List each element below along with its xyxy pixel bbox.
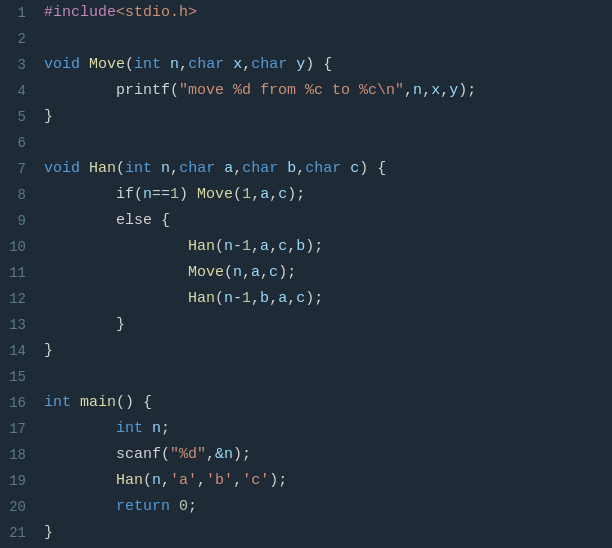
- line-content: if(n==1) Move(1,a,c);: [36, 182, 612, 208]
- code-line: 14}: [0, 338, 612, 364]
- line-number: 2: [0, 31, 36, 47]
- code-line: 2: [0, 26, 612, 52]
- code-line: 18 scanf("%d",&n);: [0, 442, 612, 468]
- code-line: 19 Han(n,'a','b','c');: [0, 468, 612, 494]
- line-number: 11: [0, 265, 36, 281]
- code-line: 5}: [0, 104, 612, 130]
- line-number: 14: [0, 343, 36, 359]
- line-content: [36, 130, 612, 156]
- line-content: }: [36, 338, 612, 364]
- line-content: else {: [36, 208, 612, 234]
- line-number: 8: [0, 187, 36, 203]
- line-content: #include<stdio.h>: [36, 0, 612, 26]
- line-number: 19: [0, 473, 36, 489]
- line-content: Han(n-1,a,c,b);: [36, 234, 612, 260]
- code-line: 3void Move(int n,char x,char y) {: [0, 52, 612, 78]
- code-line: 21}: [0, 520, 612, 546]
- line-number: 5: [0, 109, 36, 125]
- code-line: 6: [0, 130, 612, 156]
- line-number: 16: [0, 395, 36, 411]
- code-editor: 1#include<stdio.h>2 3void Move(int n,cha…: [0, 0, 612, 548]
- code-line: 1#include<stdio.h>: [0, 0, 612, 26]
- line-content: [36, 26, 612, 52]
- line-content: }: [36, 520, 612, 546]
- code-line: 16int main() {: [0, 390, 612, 416]
- line-content: [36, 364, 612, 390]
- line-content: Han(n,'a','b','c');: [36, 468, 612, 494]
- line-content: }: [36, 104, 612, 130]
- line-number: 6: [0, 135, 36, 151]
- code-line: 15: [0, 364, 612, 390]
- line-content: void Han(int n,char a,char b,char c) {: [36, 156, 612, 182]
- code-line: 7void Han(int n,char a,char b,char c) {: [0, 156, 612, 182]
- line-number: 3: [0, 57, 36, 73]
- line-content: }: [36, 312, 612, 338]
- line-number: 20: [0, 499, 36, 515]
- line-number: 4: [0, 83, 36, 99]
- code-line: 20 return 0;: [0, 494, 612, 520]
- line-number: 9: [0, 213, 36, 229]
- line-content: return 0;: [36, 494, 612, 520]
- line-number: 17: [0, 421, 36, 437]
- line-content: printf("move %d from %c to %c\n",n,x,y);: [36, 78, 612, 104]
- code-line: 9 else {: [0, 208, 612, 234]
- code-line: 11 Move(n,a,c);: [0, 260, 612, 286]
- code-line: 8 if(n==1) Move(1,a,c);: [0, 182, 612, 208]
- line-number: 1: [0, 5, 36, 21]
- code-line: 13 }: [0, 312, 612, 338]
- line-content: scanf("%d",&n);: [36, 442, 612, 468]
- line-content: Move(n,a,c);: [36, 260, 612, 286]
- code-line: 4 printf("move %d from %c to %c\n",n,x,y…: [0, 78, 612, 104]
- line-content: int main() {: [36, 390, 612, 416]
- code-line: 12 Han(n-1,b,a,c);: [0, 286, 612, 312]
- line-number: 10: [0, 239, 36, 255]
- code-line: 10 Han(n-1,a,c,b);: [0, 234, 612, 260]
- line-number: 15: [0, 369, 36, 385]
- code-line: 17 int n;: [0, 416, 612, 442]
- line-number: 21: [0, 525, 36, 541]
- line-number: 13: [0, 317, 36, 333]
- line-content: Han(n-1,b,a,c);: [36, 286, 612, 312]
- line-number: 18: [0, 447, 36, 463]
- line-content: int n;: [36, 416, 612, 442]
- line-number: 12: [0, 291, 36, 307]
- line-number: 7: [0, 161, 36, 177]
- line-content: void Move(int n,char x,char y) {: [36, 52, 612, 78]
